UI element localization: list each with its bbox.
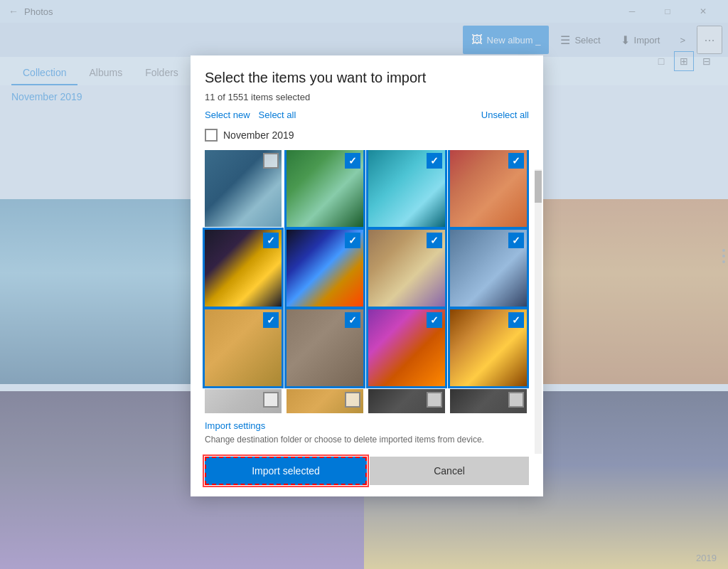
dialog-scrollbar-thumb[interactable] xyxy=(535,171,542,203)
photo-checkbox-4: ✓ xyxy=(508,153,524,169)
photo-cell-10[interactable]: ✓ xyxy=(287,309,363,386)
photo-cell-11[interactable]: ✓ xyxy=(368,309,445,386)
photo-checkbox-10: ✓ xyxy=(345,312,360,328)
photo-checkbox-6: ✓ xyxy=(345,233,360,248)
import-settings: Import settings Change destination folde… xyxy=(191,413,543,450)
photo-cell-12[interactable]: ✓ xyxy=(450,309,527,386)
import-selected-button[interactable]: Import selected xyxy=(205,457,367,485)
import-dialog: Select the items you want to import 11 o… xyxy=(191,55,543,496)
photo-checkbox-2: ✓ xyxy=(345,153,360,169)
photo-checkbox-11: ✓ xyxy=(427,312,442,328)
photo-checkbox-5: ✓ xyxy=(263,233,279,248)
photo-checkbox-9: ✓ xyxy=(263,312,279,328)
photo-cell-7[interactable]: ✓ xyxy=(368,230,445,307)
import-settings-link[interactable]: Import settings xyxy=(205,420,529,431)
dialog-footer: Import selected Cancel xyxy=(191,450,543,496)
photo-checkbox-empty-16 xyxy=(508,392,524,408)
photo-grid-container[interactable]: ✓ ✓ ✓ ✓ xyxy=(191,150,543,413)
dialog-body: Select the items you want to import 11 o… xyxy=(191,55,543,413)
dialog-scrollbar-track[interactable] xyxy=(535,169,542,454)
group-checkbox[interactable] xyxy=(205,129,218,142)
photo-checkbox-empty-14 xyxy=(345,392,360,408)
photo-checkbox-empty-1 xyxy=(263,153,279,169)
photo-checkbox-12: ✓ xyxy=(508,312,524,328)
photo-grid: ✓ ✓ ✓ ✓ xyxy=(205,150,529,413)
photo-checkbox-7: ✓ xyxy=(427,233,442,248)
photo-checkbox-empty-13 xyxy=(263,392,279,408)
select-new-link[interactable]: Select new xyxy=(205,110,250,120)
unselect-all-link[interactable]: Unselect all xyxy=(481,110,529,120)
cancel-button[interactable]: Cancel xyxy=(370,457,529,485)
photo-cell-16[interactable] xyxy=(450,389,527,413)
photo-cell-1[interactable] xyxy=(205,150,282,227)
photo-cell-2[interactable]: ✓ xyxy=(287,150,363,227)
group-label: November 2019 xyxy=(223,129,294,141)
photo-checkbox-empty-15 xyxy=(427,392,442,408)
photo-cell-13[interactable] xyxy=(205,389,282,413)
photo-cell-9[interactable]: ✓ xyxy=(205,309,282,386)
photo-cell-6[interactable]: ✓ xyxy=(287,230,363,307)
group-checkbox-row: November 2019 xyxy=(205,129,529,142)
dialog-count: 11 of 1551 items selected xyxy=(205,92,529,102)
photo-cell-4[interactable]: ✓ xyxy=(450,150,527,227)
import-settings-desc: Change destination folder or choose to d… xyxy=(205,435,484,445)
photo-cell-15[interactable] xyxy=(368,389,445,413)
select-all-link[interactable]: Select all xyxy=(259,110,296,120)
photo-cell-14[interactable] xyxy=(287,389,363,413)
photo-checkbox-8: ✓ xyxy=(508,233,524,248)
dialog-title: Select the items you want to import xyxy=(205,70,529,86)
dialog-actions-row: Select new Select all Unselect all xyxy=(205,110,529,120)
photo-cell-3[interactable]: ✓ xyxy=(368,150,445,227)
photo-checkbox-3: ✓ xyxy=(427,153,442,169)
photo-cell-5[interactable]: ✓ xyxy=(205,230,282,307)
photo-cell-8[interactable]: ✓ xyxy=(450,230,527,307)
